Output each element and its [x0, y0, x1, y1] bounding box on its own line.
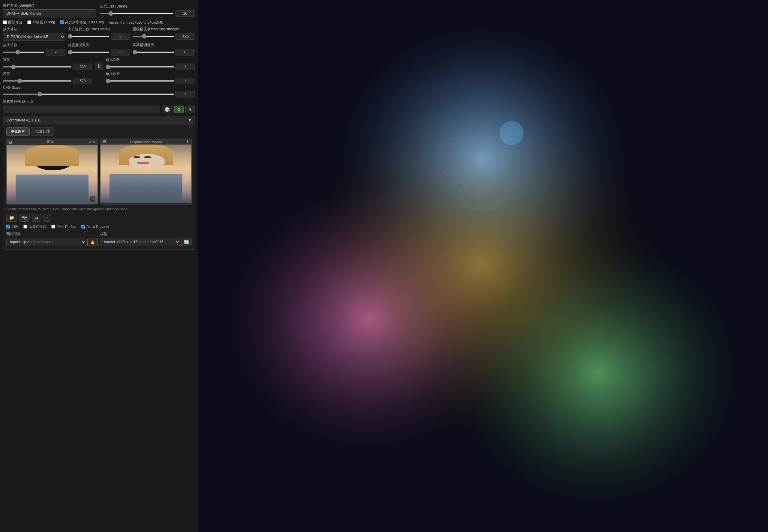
width-input[interactable] [73, 64, 92, 70]
steps-input[interactable]: 20 [175, 10, 195, 17]
sampler-label: 采样方法 (Sampler) [3, 3, 98, 8]
preview-icon: 🖼 [103, 140, 106, 144]
sampler-select[interactable]: DPM++ SDE Karras [3, 9, 96, 17]
generated-image [420, 3, 546, 108]
source-image-label: 图像 [47, 140, 54, 144]
batch-size-slider[interactable] [106, 80, 174, 82]
cn-allow-preview-label[interactable]: Allow Preview [81, 225, 109, 229]
hires-info: resize: from 320x520 to 640x1040 [109, 20, 163, 25]
swap-dimensions-button[interactable]: ⇅ [95, 62, 103, 70]
preprocessor-fire-button[interactable]: 🔥 [87, 238, 98, 246]
preview-label: Preprocessor Preview [130, 140, 163, 144]
upscale-label: 放大算法 [3, 27, 65, 32]
face-fix-checkbox[interactable] [3, 20, 7, 24]
cn-pixel-perfect-checkbox[interactable] [51, 225, 55, 229]
left-panel: 采样方法 (Sampler) DPM++ SDE Karras 迭代步数 (St… [0, 0, 198, 532]
controlnet-title: ControlNet v1.1.101 [6, 118, 41, 122]
height-slider[interactable] [3, 80, 72, 82]
batch-count-label: 总批次数 [106, 57, 195, 62]
seed-reuse-button[interactable]: ♻ [174, 106, 184, 113]
preview-image-header: 🖼 Preprocessor Preview ⬇ [100, 139, 191, 145]
scale-factor-label: 放大倍数 [3, 43, 65, 48]
tool-icons-row: 📁 📷 ⇄ ↑ [6, 214, 192, 222]
tiling-checkbox[interactable] [27, 20, 31, 24]
right-panel: ✕ [198, 0, 768, 532]
width-slider[interactable] [3, 66, 72, 67]
controlnet-body: 单张图片 批量处理 🖼 图像 ↺ ✕ [3, 124, 195, 250]
controlnet-tabs: 单张图片 批量处理 [6, 127, 192, 136]
tool-copy-button[interactable]: ↑ [43, 214, 51, 222]
tool-upload-button[interactable]: 📁 [6, 214, 17, 222]
hires-steps-slider[interactable] [68, 36, 109, 37]
batch-count-input[interactable] [175, 64, 195, 70]
denoising-label: 重绘幅度 (Denoising strength) [133, 27, 195, 32]
seed-dice-button[interactable]: 🎲 [162, 106, 172, 113]
cn-enable-checkbox[interactable] [6, 225, 10, 229]
source-image-icon: 🖼 [9, 140, 12, 144]
cn-options-row: 启用 低显存模式 Pixel Perfect Allow Preview [6, 224, 192, 229]
seed-extra-button[interactable]: ▼ [185, 106, 195, 113]
model-refresh-button[interactable]: 🔄 [181, 238, 192, 246]
cn-low-vram-checkbox[interactable] [23, 225, 27, 229]
cfg-scale-label: CFG Scale [3, 85, 195, 90]
svg-rect-4 [420, 3, 546, 108]
batch-size-label: 单批数量 [106, 71, 195, 76]
preprocessor-label: 预处理器 [6, 232, 98, 237]
batch-count-slider[interactable] [106, 66, 174, 67]
height-label: 高度 [3, 71, 92, 76]
cfg-scale-slider[interactable] [3, 94, 174, 95]
source-image-header: 🖼 图像 ↺ ✕ [7, 139, 97, 145]
upscale-select[interactable]: R-ESRGAN 4x+ Anime6B [3, 33, 65, 41]
denoising-input[interactable] [175, 33, 195, 40]
seed-input[interactable]: 4224168521 [3, 106, 160, 113]
cn-enable-label[interactable]: 启用 [6, 224, 19, 229]
preview-image-box: 🖼 Preprocessor Preview ⬇ [100, 139, 192, 205]
source-image-edit-icon[interactable]: ✎ [90, 196, 95, 202]
cn-pixel-perfect-label[interactable]: Pixel Perfect [51, 225, 76, 229]
model-label: 模型 [100, 232, 192, 237]
steps-slider[interactable] [100, 13, 174, 14]
preprocessor-select[interactable]: inpaint_global_harmonious [6, 238, 86, 246]
hires-steps-input[interactable] [111, 33, 130, 40]
cfg-scale-input[interactable] [175, 91, 195, 97]
height-adjust-label: 将高度调整为 [133, 43, 195, 48]
hires-fix-checkbox-label[interactable]: 高分辨率修复 (Hires. fix) [60, 20, 104, 25]
seed-label: 随机数种子 (Seed) [3, 99, 195, 104]
tab-single-image[interactable]: 单张图片 [6, 127, 30, 136]
face-fix-checkbox-label[interactable]: 面部修复 [3, 20, 22, 25]
cn-low-vram-label[interactable]: 低显存模式 [23, 224, 46, 229]
width-label: 宽度 [3, 57, 92, 62]
tool-swap-button[interactable]: ⇄ [32, 214, 41, 222]
preview-download-icon[interactable]: ⬇ [186, 140, 189, 144]
controlnet-collapse-icon[interactable]: ▼ [188, 118, 192, 122]
hires-steps-label: 高分迭代步数(Hires steps) [68, 27, 130, 32]
width-adjust-slider[interactable] [68, 52, 109, 53]
cn-allow-preview-checkbox[interactable] [81, 225, 85, 229]
generated-image-container [420, 3, 546, 108]
height-adjust-slider[interactable] [133, 52, 174, 53]
source-image-close-icon[interactable]: ✕ [92, 140, 95, 144]
denoising-slider[interactable] [133, 36, 174, 37]
source-image-reset-icon[interactable]: ↺ [88, 140, 91, 144]
height-adjust-input[interactable] [175, 49, 195, 55]
controlnet-header: ControlNet v1.1.101 ▼ [3, 116, 195, 124]
hint-text: Set the preprocessor to [invert] If your… [6, 207, 192, 211]
source-image-box[interactable]: 🖼 图像 ↺ ✕ [6, 139, 98, 205]
cn-model-row: 预处理器 inpaint_global_harmonious 🔥 模型 cont… [6, 232, 192, 246]
width-adjust-input[interactable] [111, 49, 130, 55]
hires-fix-checkbox[interactable] [60, 20, 64, 24]
steps-label: 迭代步数 (Steps) [100, 4, 195, 9]
model-select[interactable]: control_v11f1p_sd15_depth [cfd0315 [100, 238, 180, 246]
scale-slider[interactable] [3, 52, 45, 53]
batch-size-input[interactable] [175, 78, 195, 84]
scale-input[interactable] [46, 49, 65, 55]
image-upload-row: 🖼 图像 ↺ ✕ [6, 139, 192, 205]
tool-camera-button[interactable]: 📷 [19, 214, 30, 222]
tab-batch[interactable]: 批量处理 [31, 127, 54, 136]
generated-image-svg [420, 3, 546, 108]
height-input[interactable] [73, 78, 92, 84]
width-adjust-label: 将宽度调整为 [68, 43, 130, 48]
tiling-checkbox-label[interactable]: 平铺图 (Tiling) [27, 20, 55, 25]
